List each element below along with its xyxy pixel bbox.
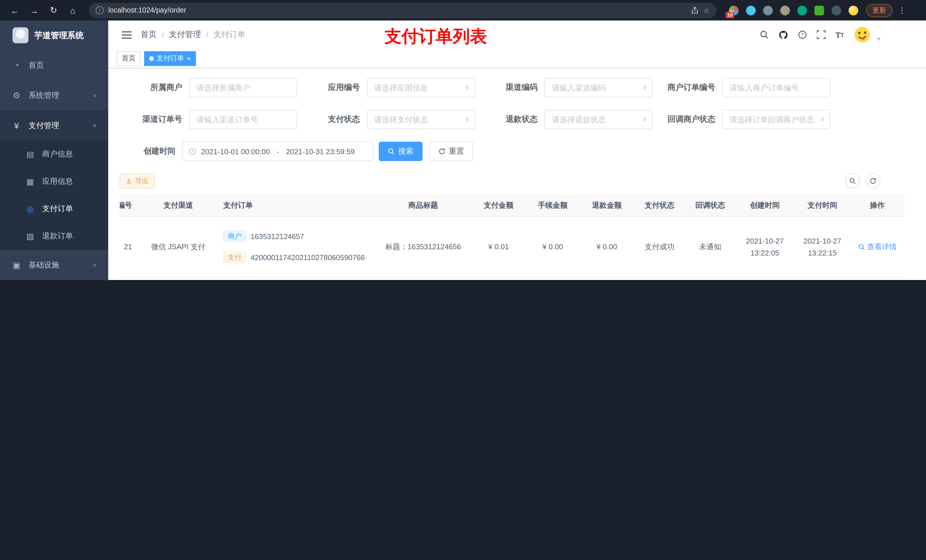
extension-icon[interactable] [763, 5, 773, 15]
extension-icon[interactable]: 10 [729, 5, 738, 15]
col-id: 编号 [120, 195, 141, 216]
extension-icon[interactable] [746, 5, 756, 15]
tab-home[interactable]: 首页 [117, 51, 141, 66]
search-button[interactable]: 搜索 [379, 142, 422, 161]
channel-code-select[interactable] [545, 78, 653, 97]
cell-notify: 未通知 [685, 216, 735, 277]
date-start-value[interactable]: 2021-10-01 00:00:00 [201, 147, 270, 155]
cell-pay-time: 2021-10-27 13:22:15 [794, 216, 850, 277]
help-icon[interactable]: ? [798, 30, 807, 39]
create-date: 2021-10-27 [735, 235, 794, 247]
url-text[interactable]: localhost:1024/pay/order [108, 6, 186, 14]
app-id-select[interactable] [367, 78, 475, 97]
cell-title: 标题：1635312124656 [375, 216, 472, 277]
breadcrumb-item[interactable]: 首页 [141, 30, 157, 40]
refund-status-select[interactable] [545, 110, 653, 129]
col-amount: 支付金额 [472, 195, 526, 216]
table-header-row: 编号 支付渠道 支付订单 商品标题 支付金额 手续金额 退款金额 支付状态 回调… [120, 195, 904, 216]
filter-row-2: 渠道订单号 支付状态 ∨ 退款状态 ∨ 回调商户状态 ∨ [120, 110, 915, 129]
sidebar-item-label: 支付管理 [29, 120, 59, 131]
sidebar-item-system[interactable]: ⚙ 系统管理 ∨ [0, 80, 108, 110]
logo-avatar [12, 27, 29, 43]
chevron-down-icon: ∨ [92, 92, 97, 98]
filter-label: 创建时间 [120, 146, 182, 157]
filter-label: 所属商户 [120, 83, 189, 93]
share-icon[interactable] [691, 6, 699, 14]
browser-menu-icon[interactable]: ⋮ [896, 6, 908, 15]
browser-update-button[interactable]: 更新 [866, 4, 893, 17]
extension-icon[interactable] [831, 5, 841, 15]
view-detail-link[interactable]: 查看详情 [858, 242, 897, 252]
extension-icon[interactable] [797, 5, 807, 15]
toggle-search-icon-button[interactable] [845, 174, 860, 189]
cell-status: 支付成功 [634, 277, 685, 280]
col-fee: 手续金额 [526, 195, 580, 216]
breadcrumb-separator: / [206, 30, 209, 39]
address-bar[interactable]: i localhost:1024/pay/order ☆ [89, 3, 716, 18]
breadcrumb-item[interactable]: 支付管理 [169, 30, 201, 40]
col-action: 操作 [850, 195, 904, 216]
grid-icon: ▦ [25, 177, 35, 186]
create-time-range-picker[interactable]: 2021-10-01 00:00:00 - 2021-10-31 23:59:5… [182, 142, 373, 161]
forward-icon[interactable]: → [26, 2, 42, 18]
tab-pay-order[interactable]: 支付订单 × [144, 51, 196, 66]
reload-icon[interactable]: ↻ [45, 2, 62, 18]
user-avatar[interactable] [854, 26, 871, 43]
reset-button[interactable]: 重置 [430, 142, 473, 161]
sidebar-item-merchant-info[interactable]: ▤ 商户信息 [0, 140, 108, 168]
back-icon[interactable]: ← [7, 2, 23, 18]
merchant-order-no-input[interactable] [722, 78, 830, 97]
site-info-icon[interactable]: i [96, 6, 104, 14]
cell-channel: 微信 JSAPI 支付 [141, 216, 215, 277]
top-bar: 首页 / 支付管理 / 支付订单 支付订单列表 ? [108, 21, 926, 49]
gear-icon: ⚙ [11, 90, 22, 100]
filter-label: 渠道编码 [475, 83, 545, 93]
channel-order-no-input[interactable] [189, 110, 297, 129]
clock-icon [189, 147, 197, 155]
sidebar-item-payment[interactable]: ¥ 支付管理 ∧ [0, 110, 108, 140]
payment-submenu: ▤ 商户信息 ▦ 应用信息 ◎ 支付订单 ▨ 退款订单 [0, 140, 108, 250]
search-icon[interactable] [760, 30, 769, 39]
sidebar-item-label: 基础设施 [29, 260, 59, 270]
notify-status-select[interactable] [722, 110, 830, 129]
date-end-value[interactable]: 2021-10-31 23:59:59 [286, 147, 354, 155]
sidebar-item-app-info[interactable]: ▦ 应用信息 [0, 168, 108, 195]
export-button[interactable]: 导出 [120, 174, 155, 189]
bookmark-star-icon[interactable]: ☆ [703, 6, 710, 15]
pay-status-select[interactable] [367, 110, 475, 129]
sidebar-item-refund-order[interactable]: ▨ 退款订单 [0, 222, 108, 250]
close-icon[interactable]: × [187, 55, 191, 62]
table-row: 21 微信 JSAPI 支付 商户 1635312124657 支付 42000… [120, 216, 904, 277]
cell-channel: 微信 JSAPI 支付 [141, 277, 215, 280]
sidebar: 芋道管理系统 ◔ 首页 ⚙ 系统管理 ∨ ¥ 支付管理 ∧ [0, 21, 108, 280]
cell-id: 21 [120, 216, 141, 277]
emoji-extension-icon[interactable] [849, 5, 858, 15]
sidebar-item-home[interactable]: ◔ 首页 [0, 50, 108, 80]
sidebar-item-pay-order[interactable]: ◎ 支付订单 [0, 195, 108, 222]
sidebar-menu: ◔ 首页 ⚙ 系统管理 ∨ ¥ 支付管理 ∧ ▤ 商户信息 [0, 50, 108, 280]
yen-icon: ¥ [11, 121, 22, 130]
merchant-filter-input[interactable] [189, 78, 297, 97]
fullscreen-icon[interactable] [817, 30, 826, 39]
col-pay-order: 支付订单 [215, 195, 375, 216]
cell-id: 20 [120, 277, 141, 280]
font-size-icon[interactable]: TT [835, 30, 844, 39]
home-icon[interactable]: ⌂ [65, 2, 81, 18]
date-separator: - [274, 147, 281, 155]
card-icon: ▤ [25, 150, 35, 159]
extension-icon[interactable] [780, 5, 790, 15]
document-icon: ▨ [25, 232, 35, 241]
caret-down-icon[interactable]: ▼ [876, 36, 882, 42]
sidebar-item-infra[interactable]: ▣ 基础设施 ∨ [0, 250, 108, 280]
cell-title: 标题：1635311949168 [375, 277, 472, 280]
menu-fold-icon[interactable] [122, 31, 132, 38]
breadcrumb-item-current: 支付订单 [213, 30, 245, 40]
cell-amount: ¥ 0.01 [472, 277, 526, 280]
extension-icon[interactable] [814, 5, 824, 15]
cell-notify: 未通知 [685, 277, 735, 280]
cell-status: 支付成功 [634, 216, 685, 277]
sidebar-item-label: 退款订单 [42, 231, 73, 241]
filter-label: 支付状态 [297, 115, 367, 125]
refresh-table-button[interactable] [865, 174, 881, 189]
github-icon[interactable] [779, 30, 788, 39]
